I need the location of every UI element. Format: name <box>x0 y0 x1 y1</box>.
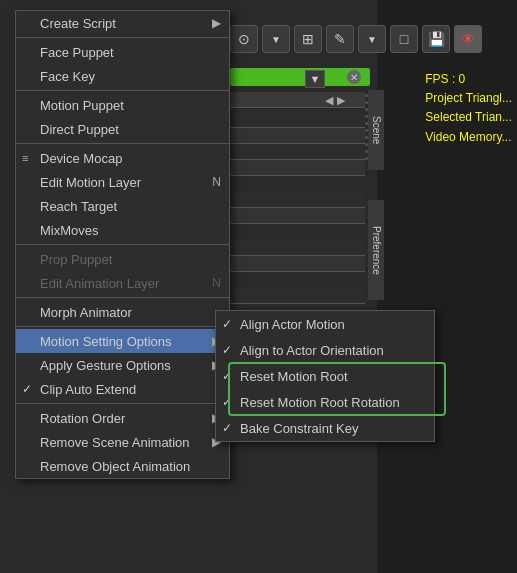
menu-label-face-key: Face Key <box>40 69 95 84</box>
menu-item-motion-setting-options[interactable]: Motion Setting Options ▶ <box>16 329 229 353</box>
menu-label-motion-setting-options: Motion Setting Options <box>40 334 172 349</box>
menu-label-remove-scene-animation: Remove Scene Animation <box>40 435 190 450</box>
submenu-item-reset-motion-root-rotation[interactable]: Reset Motion Root Rotation <box>216 389 434 415</box>
menu-label-device-mocap: Device Mocap <box>40 151 122 166</box>
fps-display: FPS : 0 Project Triangl... Selected Tria… <box>425 70 512 147</box>
timeline-row-8 <box>230 240 365 256</box>
timeline-dropdown[interactable]: ▼ <box>305 70 325 88</box>
menu-item-device-mocap[interactable]: ≡ Device Mocap <box>16 146 229 170</box>
timeline-row-3 <box>230 128 365 144</box>
menu-label-rotation-order: Rotation Order <box>40 411 125 426</box>
menu-label-prop-puppet: Prop Puppet <box>40 252 112 267</box>
toolbar-icon-3[interactable]: ⊞ <box>294 25 322 53</box>
submenu-motion-setting: Align Actor Motion Align to Actor Orient… <box>215 310 435 442</box>
submenu-item-align-actor-motion[interactable]: Align Actor Motion <box>216 311 434 337</box>
menu-divider-1 <box>16 37 229 38</box>
menu-item-morph-animator[interactable]: Morph Animator <box>16 300 229 324</box>
menu-item-face-key[interactable]: Face Key <box>16 64 229 88</box>
menu-label-apply-gesture-options: Apply Gesture Options <box>40 358 171 373</box>
submenu-label-bake-constraint-key: Bake Constraint Key <box>240 421 359 436</box>
preference-label: Preference <box>368 200 384 300</box>
menu-item-prop-puppet: Prop Puppet <box>16 247 229 271</box>
fps-value: FPS : 0 <box>425 70 512 89</box>
menu-label-edit-motion-layer: Edit Motion Layer <box>40 175 141 190</box>
menu-label-remove-object-animation: Remove Object Animation <box>40 459 190 474</box>
menu-item-rotation-order[interactable]: Rotation Order ▶ <box>16 406 229 430</box>
timeline-row-6 <box>230 192 365 208</box>
timeline-row-5 <box>230 160 365 176</box>
video-memory: Video Memory... <box>425 128 512 147</box>
menu-divider-6 <box>16 326 229 327</box>
toolbar-icon-5[interactable]: ▼ <box>358 25 386 53</box>
menu-label-edit-animation-layer: Edit Animation Layer <box>40 276 159 291</box>
menu-label-clip-auto-extend: Clip Auto Extend <box>40 382 136 397</box>
menu-label-motion-puppet: Motion Puppet <box>40 98 124 113</box>
timeline-row-4 <box>230 144 365 160</box>
scrollbar-dots <box>362 90 370 330</box>
submenu-item-reset-motion-root[interactable]: Reset Motion Root <box>216 363 434 389</box>
menu-label-face-puppet: Face Puppet <box>40 45 114 60</box>
arrow-icon-create-script: ▶ <box>212 16 221 30</box>
timeline-row-7 <box>230 208 365 224</box>
scene-label: Scene <box>368 90 384 170</box>
project-triangles: Project Triangl... <box>425 89 512 108</box>
menu-item-edit-animation-layer: Edit Animation Layer N <box>16 271 229 295</box>
menu-item-apply-gesture-options[interactable]: Apply Gesture Options ▶ <box>16 353 229 377</box>
submenu-label-align-actor-motion: Align Actor Motion <box>240 317 345 332</box>
dropdown-menu: Create Script ▶ Face Puppet Face Key Mot… <box>15 10 230 479</box>
menu-divider-2 <box>16 90 229 91</box>
toolbar-icon-2[interactable]: ▼ <box>262 25 290 53</box>
selected-triangles: Selected Trian... <box>425 108 512 127</box>
submenu-label-reset-motion-root: Reset Motion Root <box>240 369 348 384</box>
toolbar-icon-eye[interactable]: 👁 <box>454 25 482 53</box>
menu-item-clip-auto-extend[interactable]: Clip Auto Extend <box>16 377 229 401</box>
timeline-row-1: ◀ ▶ <box>230 92 365 108</box>
toolbar-icon-4[interactable]: ✎ <box>326 25 354 53</box>
menu-label-mixmoves: MixMoves <box>40 223 99 238</box>
shortcut-edit-animation-layer: N <box>212 276 221 290</box>
toolbar-icon-6[interactable]: □ <box>390 25 418 53</box>
menu-item-create-script[interactable]: Create Script ▶ <box>16 11 229 35</box>
menu-divider-3 <box>16 143 229 144</box>
menu-label-direct-puppet: Direct Puppet <box>40 122 119 137</box>
timeline-row-10 <box>230 288 365 304</box>
toolbar: ⊙ ▼ ⊞ ✎ ▼ □ 💾 👁 <box>230 25 482 53</box>
menu-item-motion-puppet[interactable]: Motion Puppet <box>16 93 229 117</box>
submenu-item-align-to-actor-orientation[interactable]: Align to Actor Orientation <box>216 337 434 363</box>
submenu-label-align-to-actor-orientation: Align to Actor Orientation <box>240 343 384 358</box>
submenu-label-reset-motion-root-rotation: Reset Motion Root Rotation <box>240 395 400 410</box>
device-mocap-icon: ≡ <box>22 152 28 164</box>
menu-divider-4 <box>16 244 229 245</box>
toolbar-icon-7[interactable]: 💾 <box>422 25 450 53</box>
menu-divider-5 <box>16 297 229 298</box>
menu-item-remove-object-animation[interactable]: Remove Object Animation <box>16 454 229 478</box>
timeline-row-2 <box>230 112 365 128</box>
toolbar-icon-1[interactable]: ⊙ <box>230 25 258 53</box>
submenu-item-bake-constraint-key[interactable]: Bake Constraint Key <box>216 415 434 441</box>
menu-label-create-script: Create Script <box>40 16 116 31</box>
menu-item-mixmoves[interactable]: MixMoves <box>16 218 229 242</box>
menu-item-reach-target[interactable]: Reach Target <box>16 194 229 218</box>
menu-item-direct-puppet[interactable]: Direct Puppet <box>16 117 229 141</box>
shortcut-edit-motion-layer: N <box>212 175 221 189</box>
timeline-row-9 <box>230 256 365 272</box>
menu-divider-7 <box>16 403 229 404</box>
menu-label-morph-animator: Morph Animator <box>40 305 132 320</box>
menu-item-remove-scene-animation[interactable]: Remove Scene Animation ▶ <box>16 430 229 454</box>
menu-label-reach-target: Reach Target <box>40 199 117 214</box>
timeline-close-button[interactable]: ✕ <box>347 70 361 84</box>
menu-item-edit-motion-layer[interactable]: Edit Motion Layer N <box>16 170 229 194</box>
menu-item-face-puppet[interactable]: Face Puppet <box>16 40 229 64</box>
